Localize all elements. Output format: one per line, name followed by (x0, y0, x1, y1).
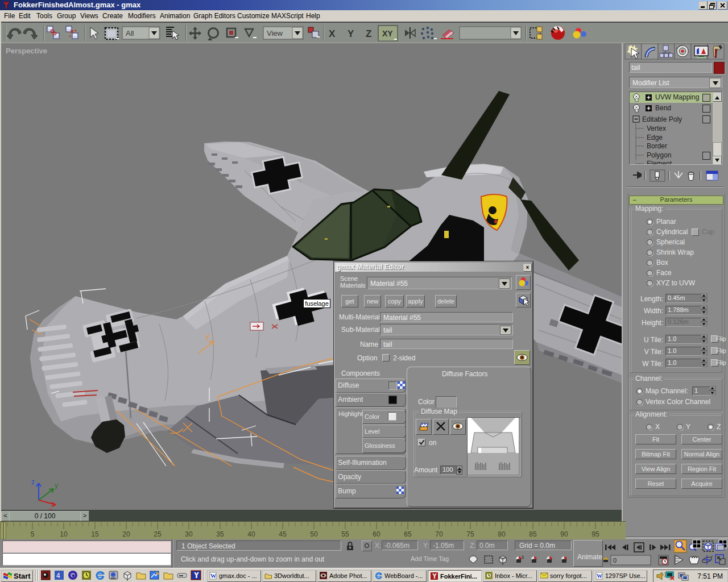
svg-text:35: 35 (216, 530, 224, 538)
svg-text:3: 3 (522, 555, 524, 559)
svg-text:40: 40 (247, 530, 255, 538)
svg-text:25: 25 (154, 530, 162, 538)
svg-text:20: 20 (122, 530, 130, 538)
svg-text:y: y (206, 332, 209, 340)
svg-text:75: 75 (466, 530, 474, 538)
svg-text:80: 80 (498, 530, 506, 538)
svg-text:All: All (126, 29, 134, 38)
svg-text:90: 90 (560, 530, 568, 538)
svg-text:X: X (329, 28, 336, 39)
svg-text:95: 95 (592, 530, 599, 538)
svg-text:5: 5 (31, 530, 35, 538)
svg-text:y: y (55, 481, 58, 489)
svg-text:65: 65 (404, 530, 412, 538)
svg-text:W: W (210, 573, 216, 579)
svg-text:60: 60 (373, 530, 380, 538)
svg-text:Z: Z (366, 28, 371, 39)
svg-text:W: W (597, 573, 602, 579)
svg-text:55: 55 (341, 530, 349, 538)
svg-text:70: 70 (435, 530, 443, 538)
svg-text:15: 15 (91, 530, 99, 538)
svg-text:30: 30 (185, 530, 193, 538)
svg-text:45: 45 (279, 530, 287, 538)
svg-text:0: 0 (613, 557, 617, 564)
svg-text:50: 50 (310, 530, 318, 538)
svg-text:Y: Y (348, 28, 354, 39)
svg-text:XY: XY (382, 29, 393, 38)
svg-text:4: 4 (56, 572, 60, 580)
svg-text:85: 85 (529, 530, 537, 538)
svg-text:10: 10 (60, 530, 68, 538)
svg-text:z: z (31, 478, 35, 486)
svg-text:View: View (267, 29, 283, 38)
